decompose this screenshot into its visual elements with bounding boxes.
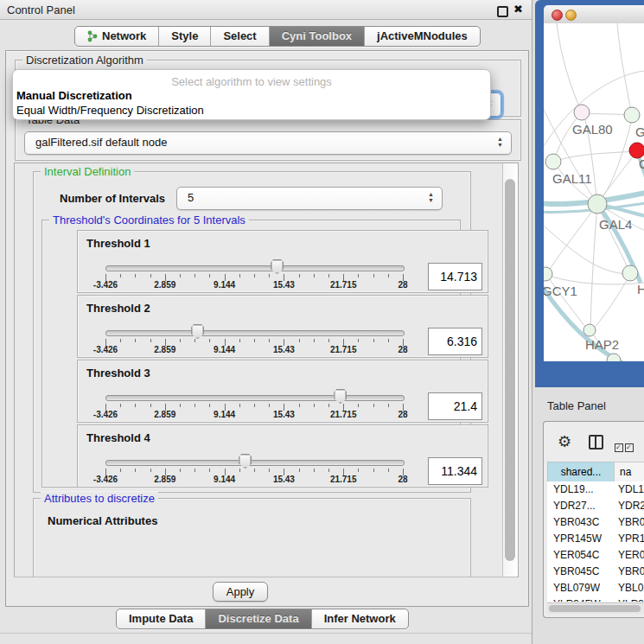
threshold-slider-thumb[interactable] (271, 259, 284, 274)
table-data-group: Table Data galFiltered.sif default node … (15, 119, 521, 161)
node-gal4[interactable] (588, 194, 607, 214)
apply-row: Apply (14, 577, 517, 606)
cyni-toolbox-panel: Discretization Algorithm ▲▼ Table Data g… (5, 50, 529, 607)
threshold-slider-track[interactable] (105, 265, 405, 271)
network-window-titlebar (544, 5, 644, 24)
threshold-slider-thumb[interactable] (334, 389, 347, 404)
table-data-combobox[interactable]: galFiltered.sif default node ▲▼ (24, 131, 512, 155)
combo-arrows-icon: ▲▼ (496, 136, 504, 148)
table-row[interactable]: YDR27... YDR2 (547, 498, 644, 514)
control-panel-titlebar: Control Panel ✖ (0, 0, 532, 20)
node-label-h: H (637, 282, 644, 296)
node-gcy1[interactable] (544, 267, 552, 281)
checkbox-icon: ✓ (625, 443, 634, 452)
checkbox-icon: ✓ (615, 443, 623, 452)
table-body: YDL19... YDL1 YDR27... YDR2 YBR043C YBR0… (544, 481, 644, 602)
tab-impute-data[interactable]: Impute Data (117, 609, 205, 628)
table-toolbar: ⚙ (558, 432, 571, 451)
table-row[interactable]: YBL079W YBL0 (547, 580, 644, 596)
algorithm-dropdown-popup: Select algorithm to view settings Manual… (12, 69, 491, 120)
node-ga[interactable] (624, 107, 640, 123)
table-data-value: galFiltered.sif default node (35, 136, 167, 149)
table-panel-titlebar: Table Panel (535, 393, 644, 418)
threshold-slider-thumb[interactable] (239, 454, 252, 469)
slider-scale-labels: -3.4262.8599.14415.4321.71528 (105, 280, 403, 290)
settings-scrollbar[interactable] (502, 163, 518, 577)
close-traffic-light-icon[interactable] (552, 10, 563, 21)
slider-scale-labels: -3.4262.8599.14415.4321.71528 (105, 475, 403, 485)
float-window-icon[interactable] (497, 6, 508, 17)
threshold-slider-track[interactable] (105, 330, 405, 336)
network-view-window: GAL80 GA C GAL11 GAL4 GCY1 H HAP2 (535, 0, 644, 387)
node-label-gcy1: GCY1 (544, 284, 577, 298)
panel-title: Control Panel (7, 3, 75, 16)
close-icon[interactable]: ✖ (513, 3, 523, 16)
tab-cyni-toolbox[interactable]: Cyni Toolbox (269, 27, 364, 46)
minimize-traffic-light-icon[interactable] (565, 10, 577, 21)
threshold-label: Threshold 1 (86, 237, 150, 250)
apply-button[interactable]: Apply (213, 582, 268, 602)
table-row[interactable]: YPR145W YPR1 (547, 531, 644, 547)
node-label-hap2: HAP2 (585, 337, 619, 352)
select-columns-icon[interactable]: ✓✓ (615, 437, 635, 453)
control-panel-tabs: Network Style Select Cyni Toolbox jActiv… (74, 26, 481, 47)
number-of-intervals-combobox[interactable]: 5 ▲▼ (176, 187, 443, 210)
popup-option-equal-width[interactable]: Equal Width/Frequency Discretization (16, 104, 204, 117)
interval-definition-label: Interval Definition (41, 165, 134, 178)
control-panel-window: Control Panel ✖ Network Style Select Cyn… (0, 0, 532, 644)
tab-discretize-data[interactable]: Discretize Data (205, 609, 310, 628)
threshold-box: Threshold 1 -3.4262.8599.14415.4321.7152… (77, 230, 488, 293)
gear-icon[interactable]: ⚙ (558, 433, 571, 450)
table-row[interactable]: YLR345W YLR3 (547, 596, 644, 602)
threshold-value-field[interactable]: 14.713 (428, 263, 482, 290)
numerical-attributes-label: Numerical Attributes (48, 514, 157, 527)
node-label-gal80: GAL80 (572, 122, 613, 137)
threshold-slider-track[interactable] (105, 395, 405, 401)
tab-infer-network[interactable]: Infer Network (311, 609, 408, 628)
settings-scrollbar-thumb[interactable] (505, 179, 515, 561)
node-label-gal11: GAL11 (552, 171, 592, 186)
combo-arrows-icon: ▲▼ (427, 191, 435, 203)
thresholds-group: Threshold's Coordinates for 5 Intervals … (41, 220, 461, 488)
threshold-label: Threshold 2 (86, 302, 150, 315)
popup-placeholder: Select algorithm to view settings (13, 75, 490, 88)
node-gal80[interactable] (574, 105, 590, 120)
zoom-traffic-light-icon[interactable] (579, 10, 589, 19)
table-row[interactable]: YBR045C YBR0 (547, 564, 644, 580)
columns-icon[interactable] (589, 435, 603, 450)
attributes-group-label: Attributes to discretize (41, 492, 158, 505)
table-row[interactable]: YER054C YER0 (547, 547, 644, 564)
attributes-group: Attributes to discretize Numerical Attri… (33, 498, 471, 581)
table-hscrollbar[interactable] (547, 603, 644, 614)
threshold-label: Threshold 4 (86, 431, 150, 444)
node-label-ga: GA (635, 124, 644, 139)
table-panel-title: Table Panel (547, 399, 606, 412)
settings-scrollpane: Interval Definition Number of Intervals … (14, 163, 519, 577)
threshold-value-field[interactable]: 11.344 (428, 457, 482, 485)
interval-definition-group: Interval Definition Number of Intervals … (33, 171, 471, 493)
network-graph: GAL80 GA C GAL11 GAL4 GCY1 H HAP2 (544, 23, 644, 361)
node-label-c: C (639, 156, 644, 171)
node-gal11[interactable] (545, 154, 561, 169)
number-of-intervals-value: 5 (188, 191, 194, 204)
table-row[interactable]: YDL19... YDL1 (547, 481, 644, 498)
threshold-slider-thumb[interactable] (191, 324, 204, 339)
node-h[interactable] (622, 265, 638, 281)
table-panel-window: ⚙ ✓✓ shared... na YDL19... YDL1 YDR27...… (543, 421, 644, 618)
threshold-value-field[interactable]: 6.316 (428, 328, 482, 355)
threshold-slider-track[interactable] (105, 460, 405, 466)
tab-select[interactable]: Select (210, 27, 268, 46)
slider-scale-labels: -3.4262.8599.14415.4321.71528 (105, 410, 403, 420)
table-hscrollbar-thumb[interactable] (549, 605, 641, 612)
tab-style[interactable]: Style (158, 27, 210, 46)
table-row[interactable]: YBR043C YBR0 (547, 514, 644, 531)
tab-jactivemnodules[interactable]: jActiveMNodules (364, 27, 480, 46)
threshold-value-field[interactable]: 21.4 (428, 392, 482, 420)
popup-option-manual-discretization[interactable]: Manual Discretization (16, 89, 132, 102)
node-hap2[interactable] (583, 324, 596, 336)
column-header-shared[interactable]: shared... (547, 462, 615, 482)
column-header-name[interactable]: na (614, 462, 644, 482)
slider-scale-labels: -3.4262.8599.14415.4321.71528 (105, 345, 403, 355)
tab-network[interactable]: Network (75, 27, 158, 46)
network-canvas[interactable]: GAL80 GA C GAL11 GAL4 GCY1 H HAP2 (544, 23, 644, 361)
